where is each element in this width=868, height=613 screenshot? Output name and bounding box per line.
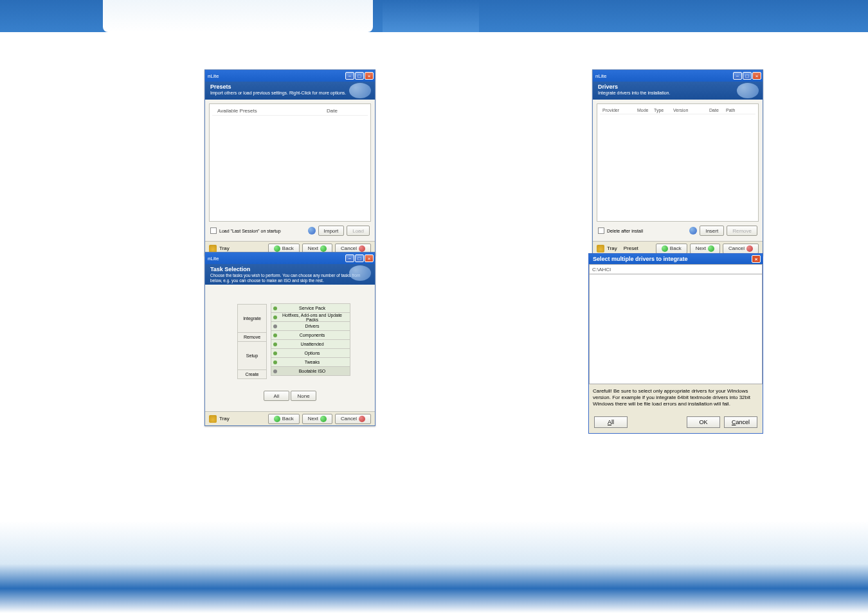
delete-after-checkbox[interactable]: Delete after install [598,227,643,234]
drivers-listbox[interactable] [589,274,763,384]
banner-icon [349,83,371,98]
next-arrow-icon [708,245,714,252]
ok-button[interactable]: OK [687,416,720,428]
maximize-button[interactable]: □ [355,254,364,262]
col-type: Type [654,108,673,112]
dot-icon [273,324,277,328]
back-arrow-icon [274,416,280,422]
load-button: Load [347,226,370,236]
presets-window: nLite − □ × Presets Import others or loa… [204,69,375,256]
path-field[interactable]: C:\AHCI [589,264,763,274]
minimize-button[interactable]: − [345,72,354,80]
col-mode: Mode [637,108,654,112]
banner: Presets Import others or load previous s… [205,82,375,100]
task-bootable-iso[interactable]: Bootable ISO [271,366,350,376]
task-unattended[interactable]: Unattended [271,339,350,349]
tray-icon[interactable] [597,245,604,253]
refresh-icon[interactable] [308,227,316,235]
banner-title: Drivers [598,84,757,91]
drivers-list[interactable]: Provider Mode Type Version Date Path [597,103,759,222]
next-button[interactable]: Next [302,414,332,424]
checkbox-icon [210,227,217,234]
banner: Drivers Integrate drivers into the insta… [593,82,763,100]
all-button[interactable]: All [594,416,628,428]
task-drivers[interactable]: Drivers [271,321,350,331]
next-arrow-icon [320,416,327,422]
minimize-button[interactable]: − [345,254,354,262]
insert-button[interactable]: Insert [700,226,724,236]
dot-icon [273,360,277,364]
tray-label: Tray [219,416,230,422]
col-presets: Available Presets [215,108,327,114]
titlebar[interactable]: nLite − □ × [593,70,763,82]
col-path: Path [726,108,735,112]
task-body: Integrate Remove Setup Create Service Pa… [205,285,375,411]
label-create: Create [237,369,267,379]
load-last-checkbox[interactable]: Load "Last Session" on startup [210,227,281,234]
next-arrow-icon [320,245,327,252]
cancel-x-icon [746,245,753,252]
banner-title: Task Selection [210,266,370,273]
titlebar[interactable]: nLite − □ × [205,70,375,82]
maximize-button[interactable]: □ [355,72,364,80]
drivers-window: nLite − □ × Drivers Integrate drivers in… [592,69,763,256]
next-button[interactable]: Next [690,244,720,254]
task-tweaks[interactable]: Tweaks [271,357,350,367]
cancel-button[interactable]: Cancel [335,414,371,424]
cancel-x-icon [359,245,365,252]
content: Provider Mode Type Version Date Path Del… [593,100,763,241]
banner-icon [737,83,759,98]
help-icon[interactable] [689,227,697,235]
app-title: nLite [208,256,219,262]
task-hotfixes[interactable]: Hotfixes, Add-ons and Update Packs [271,312,350,322]
close-button[interactable]: × [365,72,374,80]
dot-icon [273,315,277,319]
tray-icon[interactable] [209,415,217,423]
none-button[interactable]: None [291,391,316,401]
all-button[interactable]: All [264,391,289,401]
dot-icon [273,342,277,346]
select-drivers-dialog: Select multiple drivers to integrate × C… [588,253,763,434]
dot-icon [273,369,277,373]
tray-label: Tray [607,245,617,251]
back-button[interactable]: Back [268,414,300,424]
label-integrate: Integrate [237,304,267,333]
banner-icon [349,265,371,281]
close-button[interactable]: × [752,72,761,80]
tray-icon[interactable] [209,245,217,253]
app-title: nLite [595,73,606,79]
banner-subtitle: Choose the tasks you wish to perform. Yo… [210,273,370,283]
back-arrow-icon [662,245,668,252]
import-button[interactable]: Import [318,226,345,236]
cancel-button[interactable]: Cancel [724,416,757,428]
task-components[interactable]: Components [271,330,350,340]
maximize-button[interactable]: □ [743,72,752,80]
cancel-button[interactable]: Cancel [723,244,759,254]
app-title: nLite [208,73,219,79]
dialog-title: Select multiple drivers to integrate [593,256,688,262]
dialog-titlebar[interactable]: Select multiple drivers to integrate × [589,254,763,264]
close-button[interactable]: × [365,254,374,262]
tray-label: Tray [219,245,230,251]
titlebar[interactable]: nLite − □ × [205,253,375,264]
col-provider: Provider [602,108,637,112]
task-options[interactable]: Options [271,348,350,358]
presets-list[interactable]: Available Presets Date [209,103,371,222]
col-date: Date [709,108,726,112]
label-setup: Setup [237,341,267,370]
task-service-pack[interactable]: Service Pack [271,303,350,313]
banner: Task Selection Choose the tasks you wish… [205,264,375,285]
close-button[interactable]: × [752,255,761,263]
cancel-x-icon [359,416,365,422]
col-date: Date [327,108,365,114]
back-button[interactable]: Back [656,244,687,254]
banner-subtitle: Import others or load previous settings.… [210,91,370,96]
checkbox-icon [598,227,604,234]
label-remove: Remove [237,332,267,342]
dot-icon [273,306,277,310]
warning-text: Carefull! Be sure to select only appropr… [589,384,763,411]
minimize-button[interactable]: − [733,72,742,80]
preset-label[interactable]: Preset [624,245,638,251]
banner-subtitle: Integrate drivers into the installation. [598,91,757,96]
task-selection-window: nLite − □ × Task Selection Choose the ta… [204,252,375,426]
